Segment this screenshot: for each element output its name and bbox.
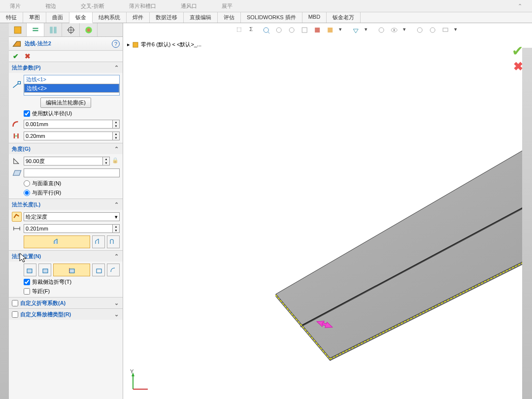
model-geometry[interactable] (271, 132, 532, 378)
svg-rect-10 (27, 269, 32, 273)
dropdown-icon[interactable]: ▾ (454, 26, 464, 36)
panel-tab-config-mgr[interactable] (44, 23, 62, 36)
section-view-icon[interactable] (300, 26, 310, 36)
ribbon-stub[interactable]: 褶边 (45, 2, 56, 10)
ribbon-stub[interactable]: 薄片和槽口 (129, 2, 156, 10)
display-settings-icon[interactable] (441, 26, 451, 36)
angle-input[interactable] (24, 157, 103, 166)
panel-tab-dimxpert[interactable] (62, 23, 80, 36)
cancel-button[interactable]: ✖ (25, 52, 31, 60)
confirm-corner-cancel[interactable]: ✖ (513, 60, 523, 73)
ribbon-stub[interactable]: 通风口 (181, 2, 197, 10)
perpendicular-radio[interactable]: 与面垂直(N) (12, 180, 120, 187)
dropdown-icon[interactable]: ▾ (339, 26, 349, 36)
render-icon[interactable] (429, 26, 438, 36)
graphics-viewport[interactable]: ⬚ Σ ▾ ▾ ▾ ▾ ▸ 零件6 (默认) < <默认>_... ✔ ✖ (123, 23, 532, 399)
svg-point-25 (417, 28, 422, 33)
position-material-inside-button[interactable] (24, 264, 36, 276)
tab-weldment[interactable]: 焊件 (127, 12, 150, 23)
spinner-buttons[interactable]: ▲▼ (113, 132, 120, 140)
panel-tab-appearance[interactable] (80, 23, 98, 36)
feature-title: 边线-法兰2 (25, 40, 51, 47)
spinner-buttons[interactable]: ▲▼ (103, 157, 110, 166)
tab-feature[interactable]: 特征 (0, 12, 23, 23)
collapse-chevron-icon: ⌃ (114, 146, 119, 152)
use-default-radius-checkbox[interactable]: 使用默认半径(U) (12, 110, 120, 117)
custom-relief-checkbox[interactable] (12, 311, 18, 318)
section-header[interactable]: 自定义释放槽类型(R)⌄ (9, 309, 123, 320)
graphics-breadcrumb[interactable]: ▸ 零件6 (默认) < <默认>_... (127, 41, 201, 48)
section-header[interactable]: 自定义折弯系数(A)⌄ (9, 298, 123, 308)
help-icon[interactable]: ? (112, 40, 120, 48)
coordinate-triad[interactable]: Y (128, 369, 153, 394)
eye-icon[interactable] (390, 26, 400, 36)
hide-show-icon[interactable] (352, 26, 362, 36)
ribbon-stub[interactable]: 交叉-折断 (81, 2, 104, 10)
tab-sheetmetal-laowan[interactable]: 钣金老万 (327, 12, 361, 23)
gap-distance-icon (12, 131, 22, 141)
gap-distance-input[interactable] (24, 132, 113, 140)
tab-evaluate[interactable]: 评估 (218, 12, 241, 23)
expand-tree-icon[interactable]: ▸ (127, 41, 130, 48)
position-virtual-sharp-button[interactable] (92, 264, 105, 276)
edge-selection-list[interactable]: 边线<1> 边线<2> (24, 75, 120, 96)
zoom-area-icon[interactable] (275, 26, 285, 36)
list-item[interactable]: 边线<2> (24, 84, 119, 93)
collapse-chevron-icon: ⌃ (114, 65, 119, 71)
bend-radius-icon (12, 119, 22, 129)
collapse-ribbon-chevron[interactable]: ⌃ (518, 3, 522, 9)
length-value-input[interactable] (24, 224, 113, 233)
section-custom-bend-allowance: 自定义折弯系数(A)⌄ (9, 297, 123, 308)
zoom-prev-icon[interactable] (288, 26, 298, 36)
tab-mbd[interactable]: MBD (302, 12, 327, 23)
zoom-all-icon[interactable]: ⬚ (236, 26, 246, 36)
lock-icon[interactable]: 🔒 (112, 157, 120, 165)
view-orientation-icon[interactable] (313, 26, 323, 36)
edit-flange-profile-button[interactable]: 编辑法兰轮廓(E) (40, 98, 91, 108)
ribbon-stub[interactable]: 薄片 (10, 2, 21, 10)
trim-side-bends-checkbox[interactable]: 剪裁侧边折弯(T) (12, 278, 120, 286)
mouse-cursor-icon (19, 252, 29, 264)
tab-structure[interactable]: 结构系统 (93, 12, 127, 23)
position-bend-outside-button[interactable] (53, 264, 90, 276)
svg-rect-27 (443, 28, 448, 32)
section-header[interactable]: 法兰长度(L)⌃ (9, 199, 123, 210)
panel-tab-property-mgr[interactable] (27, 23, 44, 36)
dropdown-icon[interactable]: ▾ (403, 26, 413, 36)
svg-point-18 (289, 28, 294, 33)
spinner-buttons[interactable]: ▲▼ (113, 120, 120, 129)
panel-tab-feature-tree[interactable] (9, 23, 27, 36)
accept-button[interactable]: ✔ (13, 52, 19, 60)
tab-directedit[interactable]: 直接编辑 (184, 12, 218, 23)
tab-surface[interactable]: 曲面 (46, 12, 69, 23)
sigma-icon[interactable]: Σ (249, 26, 259, 36)
length-ref-tangent-button[interactable] (107, 235, 120, 248)
position-tangent-button[interactable] (107, 264, 120, 276)
offset-checkbox[interactable]: 等距(F) (12, 288, 120, 295)
length-type-select[interactable]: 给定深度▾ (24, 212, 120, 221)
list-item[interactable]: 边线<1> (24, 75, 119, 84)
svg-point-8 (85, 27, 92, 33)
section-header[interactable]: 法兰参数(P)⌃ (9, 62, 123, 73)
length-ref-inner-button[interactable] (92, 235, 105, 248)
display-style-icon[interactable] (326, 26, 336, 36)
section-header[interactable]: 角度(G)⌃ (9, 143, 123, 154)
confirm-corner-accept[interactable]: ✔ (512, 43, 523, 59)
zoom-fit-icon[interactable] (262, 26, 272, 36)
reference-face-input[interactable] (24, 168, 120, 177)
position-material-outside-button[interactable] (38, 264, 51, 276)
custom-bend-checkbox[interactable] (12, 300, 18, 306)
spinner-buttons[interactable]: ▲▼ (113, 224, 120, 233)
tab-sheetmetal[interactable]: 钣金 (69, 12, 93, 23)
parallel-radio[interactable]: 与面平行(R) (12, 189, 120, 197)
scene-icon[interactable] (416, 26, 426, 36)
length-ref-outer-button[interactable] (24, 235, 90, 248)
tab-sketch[interactable]: 草图 (23, 12, 46, 23)
tab-datamigration[interactable]: 数据迁移 (150, 12, 184, 23)
svg-rect-2 (33, 30, 38, 31)
ribbon-stub[interactable]: 展平 (222, 2, 233, 10)
appearance-icon[interactable] (377, 26, 387, 36)
tab-swaddin[interactable]: SOLIDWORKS 插件 (241, 12, 302, 23)
dropdown-icon[interactable]: ▾ (365, 26, 374, 36)
bend-radius-input[interactable] (24, 120, 113, 129)
